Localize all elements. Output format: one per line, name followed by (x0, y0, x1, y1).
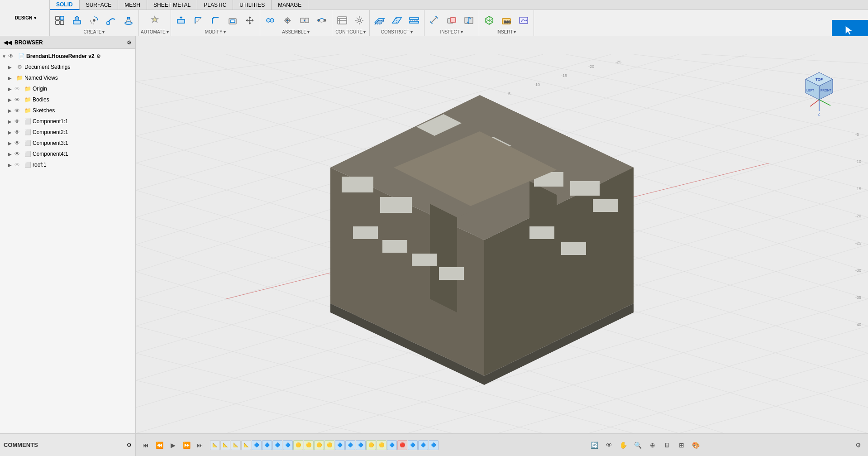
design-menu-button[interactable]: DESIGN ▾ (0, 0, 50, 36)
construct-label[interactable]: CONSTRUCT ▾ (381, 29, 413, 34)
tab-plastic[interactable]: PLASTIC (197, 0, 233, 10)
component3-visibility-icon[interactable]: 👁 (14, 140, 22, 146)
timeline-item-8[interactable]: 🔷 (283, 440, 293, 450)
component1-arrow[interactable]: ▶ (8, 119, 14, 124)
timeline-item-17[interactable]: 🟡 (377, 440, 386, 450)
timeline-play-button[interactable]: ▶ (167, 439, 179, 451)
tree-item-component2[interactable]: ▶ 👁 ⬜ Component2:1 (0, 127, 135, 138)
rigid-group-button[interactable] (296, 12, 313, 29)
orbit-button[interactable]: 🔄 (588, 439, 601, 451)
shell-button[interactable] (224, 12, 241, 29)
component4-visibility-icon[interactable]: 👁 (14, 151, 22, 157)
component2-arrow[interactable]: ▶ (8, 130, 14, 135)
timeline-prev-button[interactable]: ⏪ (153, 439, 166, 451)
zoom-window-button[interactable]: ⊕ (646, 439, 659, 451)
tree-root-item[interactable]: ▼ 👁 📄 BrendanLHouseRender v2 ⚙ (0, 51, 135, 62)
tab-solid[interactable]: SOLID (50, 0, 80, 10)
timeline-first-button[interactable]: ⏮ (139, 439, 152, 451)
press-pull-button[interactable] (173, 12, 189, 29)
timeline-item-6[interactable]: 🔷 (262, 440, 272, 450)
midplane-button[interactable] (406, 12, 422, 29)
decal-button[interactable]: IMG (498, 12, 515, 29)
timeline-item-18[interactable]: 🔷 (387, 440, 397, 450)
named-views-arrow[interactable]: ▶ (8, 76, 14, 81)
configure-button[interactable] (351, 12, 367, 29)
tab-manage[interactable]: MANAGE (272, 0, 308, 10)
root-visibility-icon[interactable]: 👁 (8, 53, 15, 59)
origin-arrow[interactable]: ▶ (8, 86, 14, 91)
origin-visibility-icon[interactable]: 👁 (14, 86, 22, 92)
tree-item-sketches[interactable]: ▶ 👁 📁 Sketches (0, 105, 135, 116)
timeline-item-1[interactable]: 📐 (210, 440, 220, 450)
component2-visibility-icon[interactable]: 👁 (14, 129, 22, 135)
timeline-item-4[interactable]: 📐 (241, 440, 251, 450)
tab-mesh[interactable]: MESH (118, 0, 147, 10)
browser-collapse-icon[interactable]: ◀◀ (4, 39, 12, 46)
sketches-visibility-icon[interactable]: 👁 (14, 107, 22, 114)
tree-item-origin[interactable]: ▶ 👁 📁 Origin (0, 83, 135, 94)
offset-plane-button[interactable] (372, 12, 388, 29)
tree-item-roof[interactable]: ▶ 👁 ⬜ roof:1 (0, 159, 135, 170)
bodies-arrow[interactable]: ▶ (8, 97, 14, 102)
timeline-next-button[interactable]: ⏩ (180, 439, 193, 451)
insert-label[interactable]: INSERT ▾ (496, 29, 516, 34)
tree-item-named-views[interactable]: ▶ 📁 Named Views (0, 72, 135, 83)
grid-button[interactable]: ⊞ (675, 439, 688, 451)
timeline-item-22[interactable]: 🔷 (429, 440, 439, 450)
component1-visibility-icon[interactable]: 👁 (14, 118, 22, 125)
doc-settings-arrow[interactable]: ▶ (8, 65, 14, 70)
new-component-button[interactable] (52, 12, 68, 29)
section-analysis-button[interactable] (461, 12, 477, 29)
tree-item-component4[interactable]: ▶ 👁 ⬜ Component4:1 (0, 149, 135, 159)
insert-mesh-button[interactable] (481, 12, 497, 29)
joint-origin-button[interactable] (279, 12, 296, 29)
sketches-arrow[interactable]: ▶ (8, 108, 14, 113)
timeline-item-19[interactable]: 🔴 (397, 440, 407, 450)
display-mode-button[interactable]: 🖥 (661, 439, 673, 451)
modify-label[interactable]: MODIFY ▾ (205, 29, 226, 34)
plane-at-angle-button[interactable] (389, 12, 405, 29)
revolve-button[interactable] (86, 12, 102, 29)
tree-item-component3[interactable]: ▶ 👁 ⬜ Component3:1 (0, 138, 135, 149)
timeline-item-21[interactable]: 🔷 (418, 440, 428, 450)
settings-button[interactable]: ⚙ (852, 439, 864, 451)
timeline-item-2[interactable]: 📐 (220, 440, 230, 450)
look-at-button[interactable]: 👁 (603, 439, 615, 451)
create-label[interactable]: CREATE ▾ (84, 29, 105, 34)
parameters-button[interactable] (334, 12, 350, 29)
loft-button[interactable] (120, 12, 137, 29)
component4-arrow[interactable]: ▶ (8, 152, 14, 157)
tab-utilities[interactable]: UTILITIES (233, 0, 272, 10)
configure-label[interactable]: CONFIGURE ▾ (335, 29, 366, 34)
timeline-item-13[interactable]: 🔷 (335, 440, 345, 450)
timeline-item-9[interactable]: 🟡 (293, 440, 303, 450)
timeline-item-7[interactable]: 🔷 (272, 440, 282, 450)
root-collapse-arrow[interactable]: ▼ (2, 54, 8, 59)
timeline-item-20[interactable]: 🔷 (408, 440, 418, 450)
extrude-button[interactable] (69, 12, 85, 29)
chamfer-button[interactable] (207, 12, 224, 29)
comments-settings-icon[interactable]: ⚙ (127, 442, 132, 448)
insert-svg-button[interactable] (515, 12, 532, 29)
root-settings-icon[interactable]: ⚙ (96, 53, 101, 59)
timeline-item-15[interactable]: 🔷 (356, 440, 366, 450)
automate-button[interactable] (147, 12, 163, 29)
pan-button[interactable]: ✋ (617, 439, 630, 451)
tree-item-doc-settings[interactable]: ▶ ⚙ Document Settings (0, 62, 135, 72)
browser-settings-icon[interactable]: ⚙ (127, 39, 132, 46)
timeline-last-button[interactable]: ⏭ (194, 439, 206, 451)
sweep-button[interactable] (103, 12, 119, 29)
move-button[interactable] (242, 12, 258, 29)
timeline-item-16[interactable]: 🟡 (366, 440, 376, 450)
timeline-item-3[interactable]: 📐 (231, 440, 241, 450)
timeline-item-14[interactable]: 🔷 (345, 440, 355, 450)
roof-arrow[interactable]: ▶ (8, 163, 14, 168)
automate-label[interactable]: AUTOMATE ▾ (141, 29, 169, 34)
bodies-visibility-icon[interactable]: 👁 (14, 96, 22, 103)
tab-surface[interactable]: SURFACE (80, 0, 119, 10)
component3-arrow[interactable]: ▶ (8, 141, 14, 146)
timeline-item-12[interactable]: 🟡 (324, 440, 334, 450)
timeline-item-10[interactable]: 🟡 (304, 440, 314, 450)
fillet-button[interactable] (190, 12, 206, 29)
roof-visibility-icon[interactable]: 👁 (14, 162, 22, 168)
